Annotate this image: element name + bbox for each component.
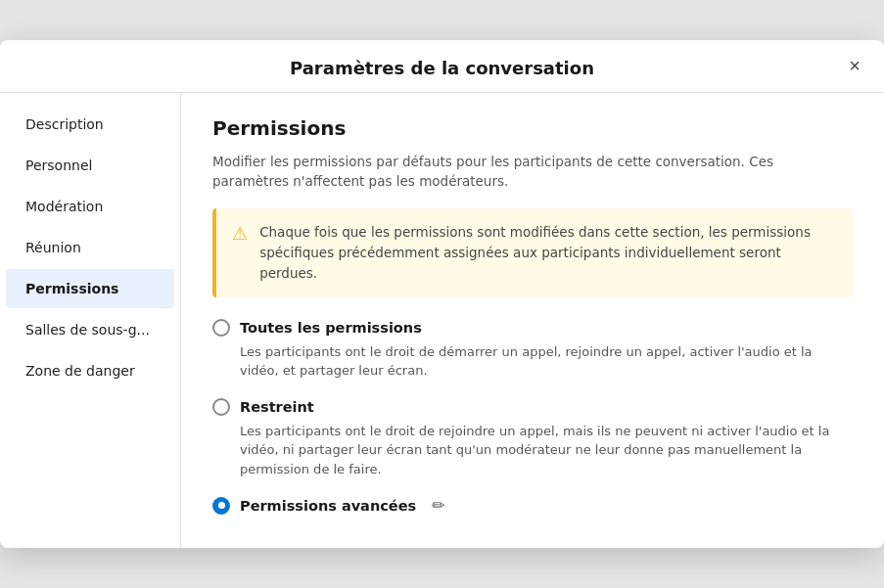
- edit-icon[interactable]: ✏: [432, 496, 444, 515]
- sidebar-item-danger[interactable]: Zone de danger: [6, 351, 174, 390]
- radio-all[interactable]: [212, 319, 230, 337]
- radio-section-restricted: Restreint Les participants ont le droit …: [212, 398, 853, 479]
- warning-box: ⚠ Chaque fois que les permissions sont m…: [212, 208, 853, 297]
- radio-section-advanced: Permissions avancées ✏: [212, 496, 853, 515]
- radio-restricted-desc: Les participants ont le droit de rejoind…: [240, 422, 853, 479]
- modal-title: Paramètres de la conversation: [290, 58, 594, 78]
- radio-restricted-label: Restreint: [240, 399, 314, 415]
- sidebar-item-salles[interactable]: Salles de sous-g...: [6, 310, 174, 349]
- warning-text: Chaque fois que les permissions sont mod…: [259, 222, 837, 284]
- radio-section-all: Toutes les permissions Les participants …: [212, 319, 853, 381]
- sidebar-item-personnel[interactable]: Personnel: [6, 146, 174, 185]
- radio-row-all[interactable]: Toutes les permissions: [212, 319, 853, 337]
- sidebar-item-description[interactable]: Description: [6, 105, 174, 144]
- radio-all-desc: Les participants ont le droit de démarre…: [240, 342, 853, 381]
- radio-row-restricted[interactable]: Restreint: [212, 398, 853, 416]
- modal-header: Paramètres de la conversation ×: [0, 40, 884, 93]
- modal-body: Description Personnel Modération Réunion…: [0, 93, 884, 549]
- sidebar: Description Personnel Modération Réunion…: [0, 93, 181, 549]
- sidebar-item-permissions[interactable]: Permissions: [6, 269, 174, 308]
- modal: Paramètres de la conversation × Descript…: [0, 40, 884, 549]
- content-area: Permissions Modifier les permissions par…: [181, 93, 884, 549]
- sidebar-item-moderation[interactable]: Modération: [6, 187, 174, 226]
- radio-restricted[interactable]: [212, 398, 230, 416]
- radio-advanced-label: Permissions avancées: [240, 498, 416, 514]
- content-description: Modifier les permissions par défauts pou…: [212, 152, 853, 192]
- warning-icon: ⚠: [232, 223, 248, 244]
- radio-advanced[interactable]: [212, 497, 230, 515]
- close-button[interactable]: ×: [843, 54, 866, 77]
- sidebar-item-reunion[interactable]: Réunion: [6, 228, 174, 267]
- radio-all-label: Toutes les permissions: [240, 320, 422, 336]
- radio-row-advanced[interactable]: Permissions avancées ✏: [212, 496, 853, 515]
- page-title: Permissions: [212, 116, 853, 140]
